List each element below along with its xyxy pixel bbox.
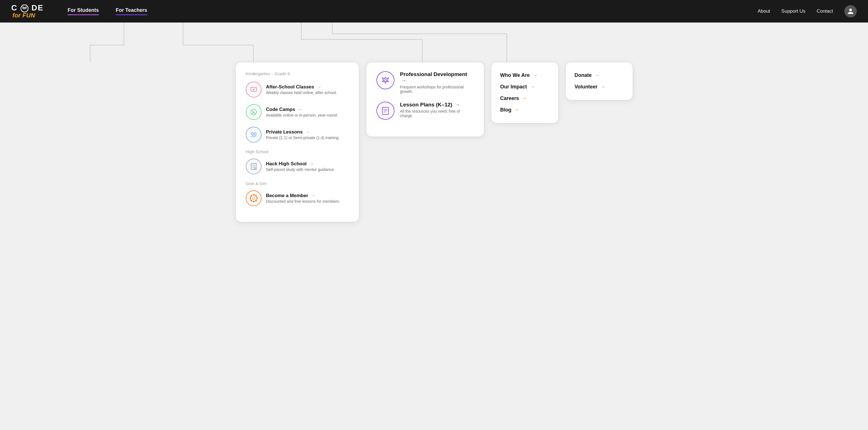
svg-point-39 [384,79,386,81]
students-dropdown-card: Kindergarten – Grade 8 After-School Clas… [236,62,359,222]
privatelessons-icon [246,127,261,143]
member-sub: Discounted and free lessons for members. [266,199,340,204]
our-impact-arrow: → [530,84,535,90]
lessonplans-icon [376,102,395,120]
nav-support[interactable]: Support Us [781,8,805,14]
support-volunteer[interactable]: Volunteer → [575,84,624,90]
nav-students[interactable]: For Students [68,7,99,15]
privatelessons-title: Private Lessons → [266,129,340,135]
menu-item-privatelessons[interactable]: Private Lessons → Private (1:1) or Semi-… [246,127,349,143]
svg-marker-5 [24,9,25,10]
hackhighschool-sub: Self-paced study with mentor guidance. [266,167,335,172]
about-our-impact[interactable]: Our Impact → [500,84,549,90]
codecamps-arrow: → [298,107,302,112]
afterschool-arrow: → [316,84,321,90]
cards-row: Kindergarten – Grade 8 After-School Clas… [8,23,860,222]
about-dropdown-card: Who We Are → Our Impact → Careers → Blog… [491,62,559,123]
hackhighschool-title: Hack High School → [266,161,335,167]
teachers-dropdown-card: Professional Development → Frequent work… [366,62,484,137]
menu-item-member[interactable]: Become a Member → Discounted and free le… [246,190,349,206]
svg-point-35 [251,195,252,196]
blog-arrow: → [515,107,520,113]
about-who-we-are[interactable]: Who We Are → [500,72,549,78]
svg-rect-40 [382,107,389,115]
svg-point-30 [252,197,255,199]
svg-point-37 [251,200,252,201]
nav-contact[interactable]: Contact [816,8,833,14]
svg-point-22 [254,133,256,135]
support-dropdown-card: Donate → Volunteer → [565,62,633,100]
logo[interactable]: C DE for FUN [11,4,51,19]
nav-about[interactable]: About [757,8,770,14]
afterschool-text: After-School Classes → Weekly classes he… [266,84,337,95]
codecamps-sub: Available online or in-person, year-roun… [266,113,338,117]
logo-owl-icon [21,4,28,12]
member-text: Become a Member → Discounted and free le… [266,193,340,204]
privatelessons-text: Private Lessons → Private (1:1) or Semi-… [266,129,340,140]
prodev-sub: Frequent workshops for professional grow… [400,85,474,94]
logo-top: C DE [11,4,51,12]
afterschool-icon [246,82,261,97]
hackhighschool-arrow: → [309,161,314,166]
prodev-icon [376,71,395,89]
students-section2-label: High School [246,149,349,154]
svg-point-33 [249,198,251,199]
user-avatar[interactable] [844,5,857,18]
afterschool-sub: Weekly classes held online, after-school… [266,90,337,95]
svg-point-31 [253,194,254,196]
careers-arrow: → [522,95,527,101]
volunteer-arrow: → [600,84,605,90]
svg-point-0 [21,5,28,12]
about-careers[interactable]: Careers → [500,95,549,101]
lessonplans-text: Lesson Plans (K–12) → All the resources … [400,102,474,118]
member-title: Become a Member → [266,193,340,198]
lessonplans-sub: All the resources you need, free of char… [400,109,474,118]
prodev-title: Professional Development → [400,71,474,84]
who-we-are-arrow: → [533,72,538,78]
svg-point-34 [256,198,258,199]
user-icon [847,8,854,14]
svg-point-3 [23,8,24,8]
menu-item-hackhighschool[interactable]: HS Hack High School → Self-paced study w… [246,158,349,174]
svg-point-38 [255,200,257,201]
nav-teachers[interactable]: For Teachers [116,7,147,15]
prodev-arrow: → [401,78,407,83]
donate-arrow: → [595,72,600,78]
privatelessons-arrow: → [305,129,310,134]
lessonplans-title: Lesson Plans (K–12) → [400,102,474,108]
codecamps-icon [246,104,261,120]
logo-bottom: for FUN [11,12,51,19]
support-donate[interactable]: Donate → [575,72,624,78]
svg-point-32 [253,201,254,203]
member-icon [246,190,261,206]
students-section1-label: Kindergarten – Grade 8 [246,71,349,76]
codecamps-title: Code Camps → [266,107,338,112]
svg-point-36 [255,195,257,196]
lessonplans-arrow: → [455,102,460,108]
nav-links: For Students For Teachers [68,7,757,15]
menu-item-afterschool[interactable]: After-School Classes → Weekly classes he… [246,82,349,97]
member-arrow: → [311,193,315,198]
about-blog[interactable]: Blog → [500,107,549,113]
students-section3-label: Give & Get [246,181,349,186]
svg-point-21 [251,133,253,135]
privatelessons-sub: Private (1:1) or Semi-private (1:4) trai… [266,135,340,140]
hackhighschool-icon: HS [246,158,261,174]
svg-rect-18 [251,87,256,91]
svg-point-4 [25,8,26,8]
dropdown-area: Kindergarten – Grade 8 After-School Clas… [0,23,868,239]
codecamps-text: Code Camps → Available online or in-pers… [266,107,338,117]
teacher-item-prodev[interactable]: Professional Development → Frequent work… [376,71,474,94]
nav-right: About Support Us Contact [757,5,857,18]
svg-text:HS: HS [254,168,256,170]
hackhighschool-text: Hack High School → Self-paced study with… [266,161,335,172]
menu-item-codecamps[interactable]: Code Camps → Available online or in-pers… [246,104,349,120]
prodev-text: Professional Development → Frequent work… [400,71,474,94]
teacher-item-lessonplans[interactable]: Lesson Plans (K–12) → All the resources … [376,102,474,120]
navbar: C DE for FUN For Students For Teachers A… [0,0,868,23]
afterschool-title: After-School Classes → [266,84,337,90]
